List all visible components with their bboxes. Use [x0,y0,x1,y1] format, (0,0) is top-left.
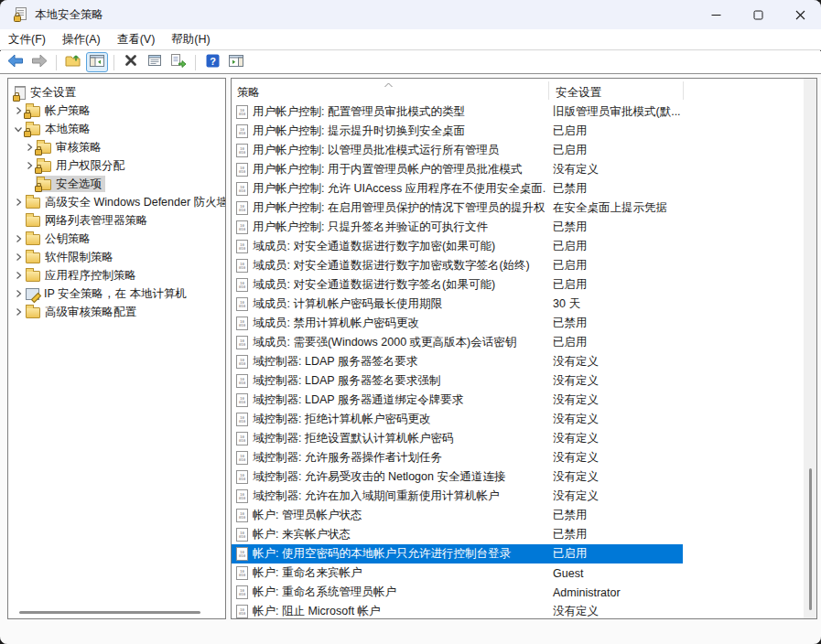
forward-arrow-icon [31,54,48,71]
policy-name: 域成员: 对安全通道数据进行数字加密(如果可能) [253,239,546,254]
properties-button[interactable] [144,52,166,72]
maximize-button[interactable] [737,0,779,29]
menu-item-3[interactable]: 帮助(H) [163,29,218,50]
console-tree-button[interactable] [86,52,108,72]
column-header-policy[interactable]: 策略 [237,85,260,101]
tree-item[interactable]: 用户权限分配 [8,156,225,175]
policy-row[interactable]: 10010域控制器: 拒绝计算机帐户密码更改没有定义 [232,410,683,429]
tree-node-content[interactable]: 安全设置 [14,84,80,101]
policy-row[interactable]: 10010域控制器: LDAP 服务器签名要求强制没有定义 [232,371,683,391]
tree-node-content[interactable]: 应用程序控制策略 [25,267,140,284]
policy-row[interactable]: 10010域成员: 禁用计算机帐户密码更改已禁用 [232,314,683,333]
policy-row[interactable]: 10010帐户: 重命名来宾帐户Guest [232,564,683,583]
chevron-right-icon[interactable] [12,287,25,300]
tree-node-content[interactable]: 软件限制策略 [25,249,117,265]
column-divider[interactable] [683,81,684,100]
chevron-right-icon[interactable] [12,104,25,117]
policy-row[interactable]: 10010帐户: 管理员帐户状态已禁用 [232,506,683,525]
menu-item-0[interactable]: 文件(F) [0,29,54,50]
chevron-right-icon[interactable] [23,141,36,154]
help-button[interactable]: ? [201,52,223,72]
tree-item[interactable]: 应用程序控制策略 [8,266,225,284]
tree-node-content[interactable]: IP 安全策略，在 本地计算机 [25,285,190,302]
tree-node-content[interactable]: 网络列表管理器策略 [25,212,152,229]
chevron-down-icon[interactable] [12,123,25,135]
content-area: 安全设置帐户策略本地策略审核策略用户权限分配安全选项高级安全 Windows D… [0,73,821,644]
menu-item-1[interactable]: 操作(A) [54,29,109,50]
policy-row[interactable]: 10010帐户: 重命名系统管理员帐户Administrator [232,583,683,602]
policy-row[interactable]: 10010域控制器: LDAP 服务器签名要求没有定义 [232,352,683,371]
tree-item[interactable]: 高级审核策略配置 [8,303,225,321]
policy-document-icon: 10010 [236,374,248,388]
tree-item[interactable]: IP 安全策略，在 本地计算机 [8,284,225,303]
policy-setting-value: 没有定义 [546,488,599,504]
policy-row[interactable]: 10010帐户: 使用空密码的本地帐户只允许进行控制台登录已启用 [232,544,683,564]
action-pane-button[interactable] [225,52,247,72]
chevron-right-icon[interactable] [12,196,25,209]
tree-node-label: 公钥策略 [45,231,91,246]
policy-row[interactable]: 10010域成员: 对安全通道数据进行数字加密或数字签名(始终)已启用 [232,256,683,275]
policy-row[interactable]: 10010用户帐户控制: 在启用管理员保护的情况下管理员的提升权...在安全桌面… [232,199,683,218]
policy-row[interactable]: 10010用户帐户控制: 提示提升时切换到安全桌面已启用 [232,122,683,141]
tree-item[interactable]: 高级安全 Windows Defender 防火墙 [8,193,225,211]
tree-item[interactable]: 本地策略 [8,120,225,138]
column-header-setting[interactable]: 安全设置 [556,85,601,101]
policy-row[interactable]: 10010帐户: 阻止 Microsoft 帐户没有定义 [232,602,683,618]
policy-row[interactable]: 10010域控制器: 允许在加入域期间重新使用计算机帐户没有定义 [232,487,683,506]
vertical-scrollbar-thumb[interactable] [809,468,812,610]
tree-node-label: 帐户策略 [45,103,91,118]
tree-node-content[interactable]: 公钥策略 [25,231,94,247]
tree-node-content[interactable]: 用户权限分配 [36,157,128,174]
tree-node-content[interactable]: 高级审核策略配置 [25,304,140,320]
policy-row[interactable]: 10010域控制器: LDAP 服务器通道绑定令牌要求没有定义 [232,391,683,410]
vertical-scrollbar-track[interactable] [804,79,816,618]
chevron-right-icon[interactable] [12,251,25,263]
folder-up-button[interactable] [62,52,84,72]
policy-row[interactable]: 10010用户帐户控制: 用于内置管理员帐户的管理员批准模式没有定义 [232,160,683,179]
tree-node-content[interactable]: 本地策略 [25,121,94,137]
policy-row[interactable]: 10010域成员: 需要强(Windows 2000 或更高版本)会话密钥已启用 [232,333,683,352]
lock-badge-icon [35,186,42,192]
back-arrow-button[interactable] [5,52,27,72]
policy-row[interactable]: 10010用户帐户控制: 只提升签名并验证的可执行文件已禁用 [232,218,683,237]
tree-item[interactable]: 网络列表管理器策略 [8,211,225,230]
tree-item[interactable]: 安全选项 [8,175,225,193]
close-button[interactable] [779,0,821,29]
horizontal-scrollbar-thumb[interactable] [19,611,200,614]
policy-row[interactable]: 10010帐户: 来宾帐户状态已禁用 [232,525,683,544]
policy-setting-value: Guest [546,567,583,580]
tree-node-content[interactable]: 安全选项 [36,176,105,192]
policy-row[interactable]: 10010域控制器: 拒绝设置默认计算机帐户密码没有定义 [232,429,683,448]
chevron-right-icon[interactable] [23,159,36,172]
policy-row[interactable]: 10010用户帐户控制: 配置管理员审批模式的类型旧版管理员审批模式(默... [232,102,683,122]
tree-node-content[interactable]: 高级安全 Windows Defender 防火墙 [25,194,226,210]
policy-row[interactable]: 10010域成员: 对安全通道数据进行数字加密(如果可能)已启用 [232,237,683,256]
column-divider[interactable] [548,81,549,100]
tree-item[interactable]: 软件限制策略 [8,248,225,266]
policy-row[interactable]: 10010域成员: 对安全通道数据进行数字签名(如果可能)已启用 [232,275,683,295]
forward-arrow-button[interactable] [28,52,50,72]
chevron-right-icon[interactable] [12,306,25,318]
console-tree-pane: 安全设置帐户策略本地策略审核策略用户权限分配安全选项高级安全 Windows D… [7,78,226,619]
tree-node-content[interactable]: 审核策略 [36,139,105,156]
policy-row[interactable]: 10010域成员: 计算机帐户密码最长使用期限30 天 [232,295,683,314]
tree-item[interactable]: 安全设置 [8,83,225,102]
chevron-right-icon[interactable] [12,269,25,282]
policy-document-icon: 10010 [236,432,248,445]
delete-button[interactable] [120,52,142,72]
tree-node-label: IP 安全策略，在 本地计算机 [44,286,187,301]
tree-item[interactable]: 公钥策略 [8,230,225,248]
tree-item[interactable]: 审核策略 [8,138,225,156]
policy-row[interactable]: 10010用户帐户控制: 允许 UIAccess 应用程序在不使用安全桌面...… [232,179,683,199]
minimize-button[interactable] [695,0,737,29]
policy-row[interactable]: 10010用户帐户控制: 以管理员批准模式运行所有管理员已启用 [232,141,683,160]
export-list-button[interactable] [167,52,189,72]
policy-row[interactable]: 10010域控制器: 允许服务器操作者计划任务没有定义 [232,448,683,467]
menu-item-2[interactable]: 查看(V) [109,29,164,50]
policy-row[interactable]: 10010域控制器: 允许易受攻击的 Netlogon 安全通道连接没有定义 [232,467,683,487]
tree-node-content[interactable]: 帐户策略 [25,102,94,119]
policy-setting-value: 没有定义 [546,392,599,408]
folder-icon [26,198,40,209]
chevron-right-icon[interactable] [12,232,25,245]
tree-item[interactable]: 帐户策略 [8,102,225,120]
